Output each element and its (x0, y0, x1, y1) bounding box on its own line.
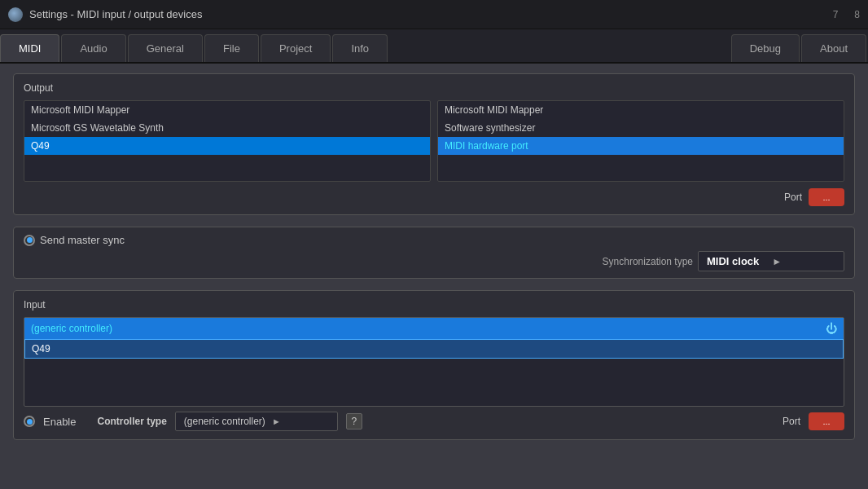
tab-file[interactable]: File (204, 34, 259, 62)
input-section: Input (generic controller) ⏻ Q49 Enable … (13, 290, 855, 440)
tab-debug[interactable]: Debug (731, 34, 800, 62)
title-bar: Settings - MIDI input / output devices 7… (0, 0, 868, 29)
list-item[interactable]: MIDI hardware port (438, 137, 844, 155)
generic-controller-label: (generic controller) (31, 323, 112, 334)
controller-type-dropdown[interactable]: (generic controller) ► (175, 412, 338, 431)
tab-info[interactable]: Info (332, 34, 388, 62)
output-right-list[interactable]: Microsoft MIDI Mapper Software synthesiz… (437, 100, 844, 182)
send-master-sync-label: Send master sync (40, 234, 125, 246)
tab-about[interactable]: About (801, 34, 866, 62)
list-item[interactable]: Q49 (24, 137, 430, 155)
controller-type-value: (generic controller) (184, 416, 265, 427)
input-port-label: Port (783, 416, 800, 427)
tab-project[interactable]: Project (261, 34, 331, 62)
input-list-item-q49[interactable]: Q49 (24, 339, 844, 359)
number-8: 8 (854, 9, 860, 20)
sync-section: Send master sync Synchronization type MI… (13, 227, 855, 279)
power-icon: ⏻ (826, 322, 837, 335)
list-item[interactable]: Microsoft MIDI Mapper (438, 101, 844, 119)
list-item[interactable]: Software synthesizer (438, 119, 844, 137)
app-icon (8, 7, 23, 22)
chevron-right-icon: ► (272, 416, 281, 426)
tab-audio[interactable]: Audio (61, 34, 125, 62)
output-port-label: Port (784, 192, 802, 203)
list-item[interactable]: Microsoft GS Wavetable Synth (24, 119, 430, 137)
input-list[interactable]: (generic controller) ⏻ Q49 (24, 317, 844, 407)
sync-type-value: MIDI clock (707, 255, 759, 267)
tab-midi[interactable]: MIDI (0, 34, 59, 62)
output-section-label: Output (24, 82, 844, 94)
output-left-list[interactable]: Microsoft MIDI Mapper Microsoft GS Wavet… (24, 100, 431, 182)
number-7: 7 (833, 9, 839, 20)
output-section: Output Microsoft MIDI Mapper Microsoft G… (13, 73, 855, 215)
send-master-sync-radio[interactable] (24, 235, 35, 246)
chevron-right-icon: ► (772, 256, 782, 267)
input-section-label: Input (24, 299, 844, 311)
output-port-button[interactable]: ... (809, 188, 844, 206)
sync-type-dropdown[interactable]: MIDI clock ► (698, 251, 844, 271)
tab-general[interactable]: General (128, 34, 203, 62)
window-title: Settings - MIDI input / output devices (29, 8, 202, 20)
input-list-header: (generic controller) ⏻ (24, 318, 844, 339)
sync-type-label: Synchronization type (603, 256, 693, 267)
controller-type-label: Controller type (97, 416, 166, 427)
list-item[interactable]: Microsoft MIDI Mapper (24, 101, 430, 119)
question-button[interactable]: ? (346, 413, 362, 430)
input-port-button[interactable]: ... (809, 412, 844, 430)
content-area: Output Microsoft MIDI Mapper Microsoft G… (0, 64, 868, 489)
nav-tabs: MIDI Audio General File Project Info Deb… (0, 29, 868, 64)
enable-radio[interactable] (24, 416, 35, 427)
enable-label: Enable (43, 416, 76, 428)
